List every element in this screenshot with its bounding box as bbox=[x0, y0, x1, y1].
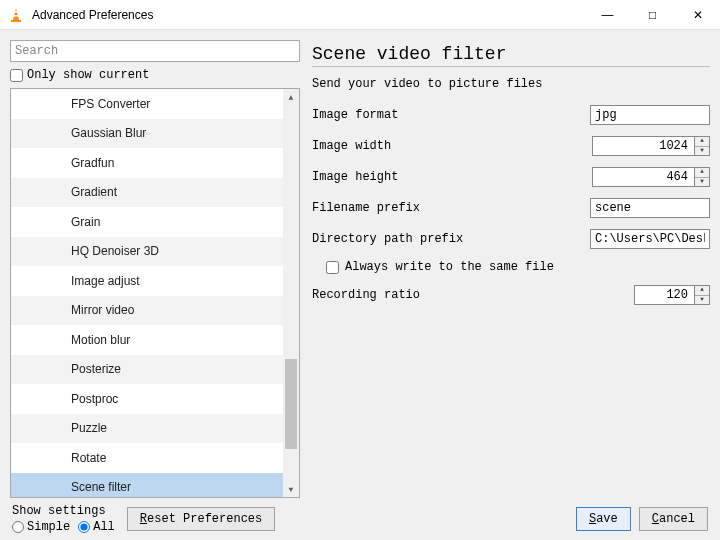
list-item[interactable]: Image adjust bbox=[11, 266, 283, 296]
row-image-height: Image height ▲▼ bbox=[312, 167, 710, 187]
sidebar: Only show current FPS ConverterGaussian … bbox=[10, 40, 300, 498]
svg-rect-3 bbox=[11, 20, 21, 22]
filter-list: FPS ConverterGaussian BlurGradfunGradien… bbox=[10, 88, 300, 498]
search-input[interactable] bbox=[10, 40, 300, 62]
list-item[interactable]: Scene filter bbox=[11, 473, 283, 498]
image-width-label: Image width bbox=[312, 139, 592, 153]
row-always-write: Always write to the same file bbox=[312, 260, 710, 274]
image-width-input[interactable] bbox=[592, 136, 694, 156]
list-item[interactable]: Postproc bbox=[11, 384, 283, 414]
main-panel: Scene video filter Send your video to pi… bbox=[312, 40, 710, 498]
section-title: Scene video filter bbox=[312, 44, 710, 64]
recording-ratio-stepper[interactable]: ▲▼ bbox=[634, 285, 710, 305]
radio-simple[interactable] bbox=[12, 521, 24, 533]
list-item[interactable]: Posterize bbox=[11, 355, 283, 385]
filename-prefix-label: Filename prefix bbox=[312, 201, 590, 215]
list-item[interactable]: HQ Denoiser 3D bbox=[11, 237, 283, 267]
svg-rect-2 bbox=[13, 15, 19, 17]
window-controls: — □ ✕ bbox=[585, 0, 720, 30]
only-show-current-row: Only show current bbox=[10, 68, 300, 82]
image-height-stepper[interactable]: ▲▼ bbox=[592, 167, 710, 187]
show-settings-radios: Simple All bbox=[12, 520, 115, 534]
row-image-format: Image format bbox=[312, 105, 710, 125]
image-height-spin-buttons[interactable]: ▲▼ bbox=[694, 167, 710, 187]
list-item[interactable]: Grain bbox=[11, 207, 283, 237]
radio-all-text: All bbox=[93, 520, 115, 534]
image-format-input[interactable] bbox=[590, 105, 710, 125]
radio-all-label[interactable]: All bbox=[78, 520, 115, 534]
cancel-button[interactable]: Cancel bbox=[639, 507, 708, 531]
svg-rect-1 bbox=[14, 11, 18, 13]
save-rest: ave bbox=[596, 512, 618, 526]
footer: Show settings Simple All Reset Preferenc… bbox=[0, 498, 720, 540]
list-item[interactable]: Mirror video bbox=[11, 296, 283, 326]
scroll-down-button[interactable]: ▼ bbox=[283, 481, 299, 497]
directory-prefix-input[interactable] bbox=[590, 229, 710, 249]
recording-ratio-input[interactable] bbox=[634, 285, 694, 305]
image-width-spin-buttons[interactable]: ▲▼ bbox=[694, 136, 710, 156]
close-button[interactable]: ✕ bbox=[675, 0, 720, 30]
reset-rest: eset Preferences bbox=[147, 512, 262, 526]
image-format-label: Image format bbox=[312, 108, 590, 122]
divider bbox=[312, 66, 710, 67]
row-image-width: Image width ▲▼ bbox=[312, 136, 710, 156]
list-item[interactable]: Gradfun bbox=[11, 148, 283, 178]
list-item[interactable]: FPS Converter bbox=[11, 89, 283, 119]
titlebar: Advanced Preferences — □ ✕ bbox=[0, 0, 720, 30]
radio-simple-text: Simple bbox=[27, 520, 70, 534]
row-directory-prefix: Directory path prefix bbox=[312, 229, 710, 249]
list-item[interactable]: Motion blur bbox=[11, 325, 283, 355]
always-write-checkbox[interactable] bbox=[326, 261, 339, 274]
recording-ratio-spin-buttons[interactable]: ▲▼ bbox=[694, 285, 710, 305]
maximize-button[interactable]: □ bbox=[630, 0, 675, 30]
save-button[interactable]: Save bbox=[576, 507, 631, 531]
section-subtitle: Send your video to picture files bbox=[312, 77, 710, 91]
show-settings-group: Show settings Simple All bbox=[12, 504, 115, 534]
scroll-thumb[interactable] bbox=[285, 359, 297, 449]
preferences-window: Advanced Preferences — □ ✕ Only show cur… bbox=[0, 0, 720, 540]
reset-preferences-button[interactable]: Reset Preferences bbox=[127, 507, 275, 531]
cancel-rest: ancel bbox=[659, 512, 695, 526]
filter-list-viewport: FPS ConverterGaussian BlurGradfunGradien… bbox=[11, 89, 299, 497]
only-show-current-checkbox[interactable] bbox=[10, 69, 23, 82]
scrollbar[interactable]: ▲ ▼ bbox=[283, 89, 299, 497]
vlc-cone-icon bbox=[8, 7, 24, 23]
list-item[interactable]: Gaussian Blur bbox=[11, 119, 283, 149]
list-item[interactable]: Rotate bbox=[11, 443, 283, 473]
svg-marker-0 bbox=[13, 8, 19, 20]
directory-prefix-label: Directory path prefix bbox=[312, 232, 590, 246]
radio-all[interactable] bbox=[78, 521, 90, 533]
image-height-label: Image height bbox=[312, 170, 592, 184]
minimize-button[interactable]: — bbox=[585, 0, 630, 30]
list-item[interactable]: Gradient bbox=[11, 178, 283, 208]
show-settings-label: Show settings bbox=[12, 504, 115, 518]
list-item[interactable]: Puzzle bbox=[11, 414, 283, 444]
only-show-current-label: Only show current bbox=[27, 68, 149, 82]
always-write-label: Always write to the same file bbox=[345, 260, 554, 274]
row-recording-ratio: Recording ratio ▲▼ bbox=[312, 285, 710, 305]
filename-prefix-input[interactable] bbox=[590, 198, 710, 218]
window-title: Advanced Preferences bbox=[32, 8, 585, 22]
content-area: Only show current FPS ConverterGaussian … bbox=[0, 30, 720, 498]
scroll-up-button[interactable]: ▲ bbox=[283, 89, 299, 105]
form: Image format Image width ▲▼ Image height… bbox=[312, 105, 710, 305]
radio-simple-label[interactable]: Simple bbox=[12, 520, 70, 534]
row-filename-prefix: Filename prefix bbox=[312, 198, 710, 218]
image-height-input[interactable] bbox=[592, 167, 694, 187]
recording-ratio-label: Recording ratio bbox=[312, 288, 634, 302]
image-width-stepper[interactable]: ▲▼ bbox=[592, 136, 710, 156]
